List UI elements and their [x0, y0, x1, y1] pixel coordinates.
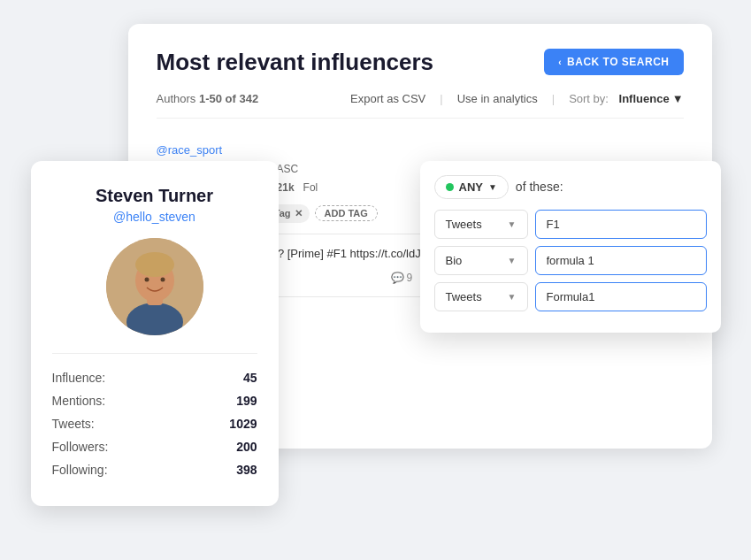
chevron-down-icon: ▼	[508, 219, 517, 229]
stat-influence: Influence: 45	[52, 366, 257, 389]
back-to-search-button[interactable]: ‹ BACK TO SEARCH	[544, 49, 683, 75]
authors-count: Authors 1-50 of 342	[157, 92, 351, 105]
filter-row-2: Bio ▼	[434, 246, 707, 275]
filter-row-1: Tweets ▼	[434, 210, 707, 239]
comment-icon: 💬	[391, 270, 404, 286]
user-handle: @race_sport	[157, 143, 223, 157]
filter-field-select-2[interactable]: Bio ▼	[434, 246, 528, 275]
chevron-down-icon: ▼	[672, 92, 684, 105]
use-in-analytics-link[interactable]: Use in analytics	[457, 92, 538, 105]
filter-panel: ANY ▼ of these: Tweets ▼ Bio ▼ Tweets	[420, 161, 721, 333]
stat-mentions: Mentions: 199	[52, 389, 257, 412]
panel-header: Most relevant influencers ‹ BACK TO SEAR…	[157, 49, 684, 76]
chevron-down-icon: ▼	[508, 256, 517, 265]
toolbar: Authors 1-50 of 342 Export as CSV | Use …	[157, 92, 684, 119]
chevron-down-icon: ▼	[488, 182, 497, 192]
of-these-label: of these:	[516, 180, 563, 194]
svg-point-6	[160, 277, 165, 281]
profile-card: Steven Turner @hello_steven	[31, 161, 279, 506]
profile-stats: Influence: 45 Mentions: 199 Tweets: 1029…	[52, 353, 257, 481]
filter-value-input-3[interactable]	[535, 282, 707, 311]
page-title: Most relevant influencers	[157, 49, 434, 76]
toolbar-actions: Export as CSV | Use in analytics | Sort …	[350, 92, 683, 105]
close-icon[interactable]: ✕	[295, 206, 303, 222]
profile-handle: @hello_steven	[113, 210, 195, 224]
filter-row-3: Tweets ▼	[434, 282, 707, 311]
add-tag-button[interactable]: ADD TAG	[315, 205, 378, 221]
filter-field-select-3[interactable]: Tweets ▼	[434, 282, 528, 311]
filter-value-input-2[interactable]	[535, 246, 707, 275]
sort-control: Sort by: Influence ▼	[569, 92, 683, 105]
green-dot-icon	[446, 183, 454, 191]
svg-point-4	[135, 252, 174, 277]
filter-field-select-1[interactable]: Tweets ▼	[434, 210, 528, 239]
chevron-down-icon: ▼	[508, 292, 517, 302]
profile-name: Steven Turner	[96, 186, 213, 206]
any-dropdown[interactable]: ANY ▼	[434, 175, 509, 199]
stat-followers: Followers: 200	[52, 435, 257, 458]
filter-header: ANY ▼ of these:	[434, 175, 707, 199]
export-csv-link[interactable]: Export as CSV	[350, 92, 425, 105]
avatar	[106, 238, 203, 335]
stat-following: Following: 398	[52, 458, 257, 481]
chevron-left-icon: ‹	[558, 58, 562, 67]
sort-value-dropdown[interactable]: Influence ▼	[619, 92, 684, 105]
filter-value-input-1[interactable]	[535, 210, 707, 239]
tweet-comment-action: 💬 9	[391, 270, 413, 286]
stat-tweets: Tweets: 1029	[52, 412, 257, 435]
svg-point-5	[144, 277, 149, 281]
